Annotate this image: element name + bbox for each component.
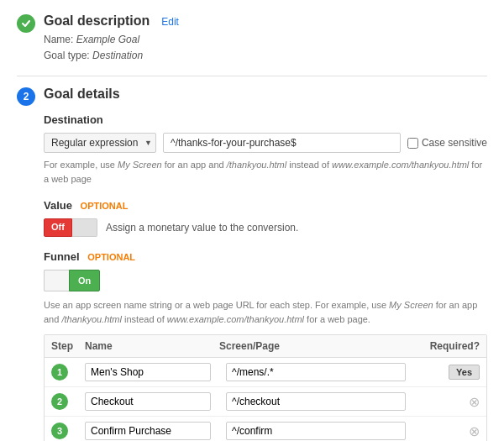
remove-icon-3[interactable]: ⊗	[469, 423, 480, 439]
destination-hint: For example, use My Screen for an app an…	[44, 158, 487, 186]
col-required: Required?	[412, 340, 480, 352]
value-toggle-row: Off Assign a monetary value to the conve…	[44, 218, 487, 237]
goal-details-title: Goal details	[44, 87, 487, 102]
case-sensitive-label: Case sensitive	[407, 137, 487, 149]
col-step: Step	[51, 340, 85, 352]
col-name: Name	[85, 340, 219, 352]
funnel-screen-wrapper-3	[219, 422, 412, 440]
funnel-required-1: Yes	[412, 365, 480, 380]
funnel-optional-badge: OPTIONAL	[87, 252, 135, 262]
step-number: 2	[17, 87, 35, 106]
destination-label: Destination	[44, 113, 487, 126]
funnel-step-3: 3	[51, 423, 68, 439]
funnel-table-header: Step Name Screen/Page Required?	[45, 335, 486, 358]
goal-description-section: Goal description Edit Name: Example Goal…	[17, 13, 487, 64]
goal-details-content: Goal details Destination Regular express…	[44, 87, 487, 441]
funnel-name-2[interactable]	[85, 392, 211, 411]
name-label: Name:	[44, 34, 73, 45]
funnel-screen-3[interactable]	[226, 422, 406, 440]
funnel-screen-1[interactable]	[226, 363, 406, 381]
value-subsection: Value OPTIONAL Off Assign a monetary val…	[44, 199, 487, 237]
match-type-select[interactable]: Regular expression Equals Begins with	[44, 133, 156, 153]
destination-row: Regular expression Equals Begins with ▼ …	[44, 133, 487, 153]
divider	[17, 76, 487, 76]
funnel-hint: Use an app screen name string or a web p…	[44, 298, 487, 326]
funnel-name-3[interactable]	[85, 422, 211, 440]
goal-description-title: Goal description	[44, 13, 150, 29]
value-optional-badge: OPTIONAL	[81, 201, 129, 211]
match-type-wrapper: Regular expression Equals Begins with ▼	[44, 133, 156, 153]
value-toggle[interactable]: Off	[44, 218, 97, 237]
goal-details-section: 2 Goal details Destination Regular expre…	[17, 87, 487, 441]
case-sensitive-checkbox[interactable]	[407, 138, 418, 149]
toggle-off-label: Off	[44, 218, 72, 237]
toggle-off-spacer	[72, 218, 97, 237]
required-yes-badge: Yes	[449, 365, 480, 380]
name-value: Example Goal	[76, 34, 139, 45]
funnel-table: Step Name Screen/Page Required? 1 Yes	[44, 334, 487, 441]
edit-link[interactable]: Edit	[161, 16, 179, 28]
funnel-screen-2[interactable]	[226, 392, 406, 411]
funnel-name-1[interactable]	[85, 363, 211, 381]
funnel-step-1: 1	[51, 364, 68, 381]
destination-input[interactable]	[163, 133, 401, 153]
destination-subsection: Destination Regular expression Equals Be…	[44, 113, 487, 186]
toggle-on-label[interactable]: On	[69, 270, 100, 291]
toggle-on-spacer	[44, 270, 69, 291]
funnel-required-3: ⊗	[412, 423, 480, 439]
funnel-step-2: 2	[51, 393, 68, 410]
assign-text: Assign a monetary value to the conversio…	[106, 222, 298, 234]
type-value: Destination	[92, 50, 143, 61]
remove-icon-2[interactable]: ⊗	[469, 394, 480, 410]
table-row: 2 ⊗	[45, 387, 486, 417]
table-row: 1 Yes	[45, 358, 486, 387]
value-label: Value OPTIONAL	[44, 199, 487, 212]
funnel-required-2: ⊗	[412, 394, 480, 410]
goal-description-content: Goal description Edit Name: Example Goal…	[44, 13, 179, 64]
funnel-label: Funnel OPTIONAL	[44, 250, 487, 263]
funnel-subsection: Funnel OPTIONAL On Use an app screen nam…	[44, 250, 487, 441]
col-screen: Screen/Page	[219, 340, 412, 352]
funnel-screen-wrapper-2	[219, 392, 412, 411]
funnel-screen-wrapper-1	[219, 363, 412, 381]
goal-meta: Name: Example Goal Goal type: Destinatio…	[44, 32, 179, 64]
check-icon	[17, 14, 35, 33]
table-row: 3 ⊗	[45, 417, 486, 441]
type-label: Goal type:	[44, 50, 90, 61]
funnel-toggle-row: On	[44, 270, 487, 291]
